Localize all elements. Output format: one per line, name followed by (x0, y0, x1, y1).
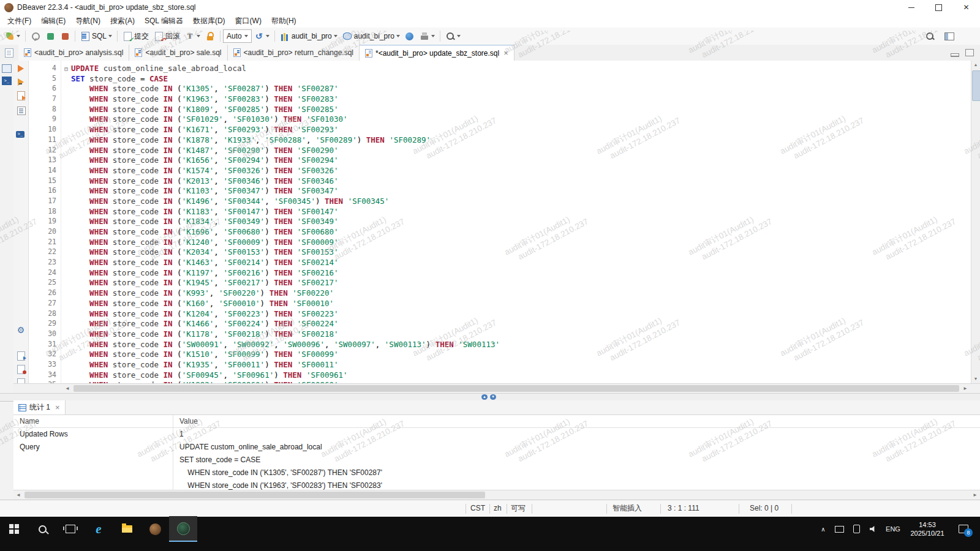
maximize-view-icon[interactable] (965, 49, 974, 56)
export-data-icon[interactable] (16, 351, 26, 361)
commit-mode-button[interactable] (2, 29, 23, 43)
editor-vscrollbar[interactable]: ▲ ▼ (971, 61, 980, 383)
print-button[interactable] (417, 29, 437, 43)
menu-item[interactable]: SQL 编辑器 (140, 15, 188, 28)
disconnect-button[interactable] (58, 29, 72, 43)
menu-item[interactable]: 文件(F) (2, 15, 36, 28)
close-tab-icon[interactable]: × (503, 48, 508, 58)
line-number-gutter[interactable]: 4567891011121314151617181920212223242526… (29, 61, 61, 383)
result-row[interactable]: Updated Rows1 (13, 428, 980, 441)
collapse-down-icon[interactable]: ▼ (490, 394, 496, 400)
connection-selector[interactable]: audit_bi_pro (277, 29, 340, 43)
new-sql-editor-button[interactable]: SQL (78, 29, 115, 43)
close-results-icon[interactable]: × (55, 403, 60, 412)
sql-console-icon[interactable]: >_ (16, 130, 26, 140)
sql-document-icon (81, 32, 89, 41)
menu-item[interactable]: 编辑(E) (36, 15, 70, 28)
scroll-left-icon[interactable]: ◄ (62, 384, 72, 393)
transaction-log-button[interactable]: T (183, 29, 203, 43)
result-row[interactable]: QueryUPDATE custom_online_sale_abroad_lo… (13, 441, 980, 454)
database-navigator-icon[interactable] (2, 64, 12, 73)
editor-tab[interactable]: *<audit_bi_pro> update_sbz_store.sql× (360, 45, 514, 61)
line-number: 25 (29, 278, 61, 288)
internet-explorer-button[interactable]: e (85, 517, 113, 541)
scroll-down-icon[interactable]: ▼ (971, 375, 980, 383)
menu-item[interactable]: 帮助(H) (266, 15, 301, 28)
menu-item[interactable]: 导航(N) (70, 15, 105, 28)
action-center-button[interactable]: 8 (951, 517, 976, 541)
menu-item[interactable]: 数据库(D) (188, 15, 230, 28)
taskbar-search-button[interactable] (28, 517, 56, 541)
pinned-app-button[interactable] (141, 517, 169, 541)
results-hscrollbar[interactable]: ◄ ► (13, 490, 980, 500)
minimize-button[interactable] (897, 0, 925, 15)
editor-hscrollbar[interactable]: ◄ ► (13, 383, 980, 394)
schema-selector[interactable]: audit_bi_pro (340, 29, 402, 43)
code-token (71, 105, 89, 114)
collapse-up-icon[interactable]: ▲ (481, 394, 488, 400)
vscroll-thumb[interactable] (972, 70, 980, 101)
explain-plan-icon[interactable] (16, 105, 26, 115)
history-button[interactable]: ↺ (252, 29, 272, 43)
hscroll-thumb[interactable] (24, 492, 485, 498)
tray-expand-button[interactable]: ∧ (816, 517, 831, 541)
scroll-right-icon[interactable]: ► (960, 384, 970, 393)
fold-marker[interactable]: ⊟ (61, 66, 71, 72)
status-separator (507, 504, 507, 514)
result-row[interactable]: SET store_code = CASE (13, 454, 980, 467)
code-token: 'K1466' (182, 319, 214, 328)
execute-new-tab-icon[interactable] (16, 77, 26, 87)
code-lines[interactable]: ⊟UPDATE custom_online_sale_abroad_localS… (61, 61, 971, 383)
code-token: ) (274, 370, 283, 380)
execute-script-icon[interactable] (16, 91, 26, 100)
script-error-icon[interactable] (16, 364, 26, 374)
code-token: ) (274, 114, 283, 124)
scroll-right-icon[interactable]: ► (970, 490, 980, 500)
rollback-button[interactable]: 回滚 (151, 29, 183, 43)
results-tab-statistics[interactable]: 统计 1 × (13, 400, 66, 414)
clock[interactable]: 14:532025/10/21 (904, 517, 951, 541)
code-token: ) (265, 207, 274, 216)
editor-tab[interactable]: <audit_bi_pro> sale.sql (129, 45, 227, 61)
code-token: 'SF00945' (182, 370, 224, 380)
quick-search-button[interactable] (922, 29, 937, 43)
maximize-button[interactable] (925, 0, 952, 15)
editor-list-icon[interactable] (5, 48, 13, 58)
code-token: , (214, 156, 223, 165)
lock-button[interactable] (203, 29, 217, 43)
code-token: 'K2013' (182, 176, 214, 186)
open-perspective-button[interactable] (942, 29, 957, 43)
editor-tab[interactable]: <audit_bi_pro> analysis.sql (18, 45, 129, 61)
display-tray-icon[interactable] (831, 517, 848, 541)
search-menu-button[interactable] (443, 29, 463, 43)
settings-gear-icon[interactable]: ⚙ (16, 325, 26, 335)
code-token: 'SF00220' (288, 288, 334, 298)
code-token: ( (173, 135, 182, 144)
execute-statement-icon[interactable] (16, 64, 26, 73)
scroll-up-icon[interactable]: ▲ (971, 61, 980, 69)
minimize-view-icon[interactable] (951, 53, 959, 57)
menu-item[interactable]: 窗口(W) (230, 15, 266, 28)
start-button[interactable] (0, 517, 28, 541)
connect-button[interactable] (43, 29, 58, 43)
menu-item[interactable]: 搜索(A) (105, 15, 140, 28)
scroll-left-icon[interactable]: ◄ (13, 490, 23, 500)
navigator-sync-button[interactable] (402, 29, 417, 43)
file-explorer-button[interactable] (113, 517, 141, 541)
hscroll-thumb[interactable] (74, 385, 959, 392)
task-view-button[interactable] (56, 517, 85, 541)
dbeaver-taskbar-button[interactable] (169, 516, 197, 542)
result-row[interactable]: WHEN store_code IN ('K1305', 'SF00287') … (13, 467, 980, 479)
language-indicator[interactable]: ENG (882, 517, 904, 541)
code-token: THEN (274, 207, 292, 216)
commit-type-combo[interactable]: Auto (223, 29, 252, 43)
commit-button[interactable]: 提交 (120, 29, 151, 43)
projects-panel-icon[interactable]: >_ (2, 77, 12, 85)
touch-keyboard-icon[interactable] (848, 517, 865, 541)
code-token: IN (164, 146, 173, 155)
editor-tab[interactable]: <audit_bi_pro> return_change.sql (228, 45, 360, 61)
pin-connection-button[interactable] (28, 29, 43, 43)
close-button[interactable]: ✕ (952, 0, 980, 15)
workspace-button[interactable] (962, 29, 974, 43)
volume-icon[interactable] (865, 517, 882, 541)
